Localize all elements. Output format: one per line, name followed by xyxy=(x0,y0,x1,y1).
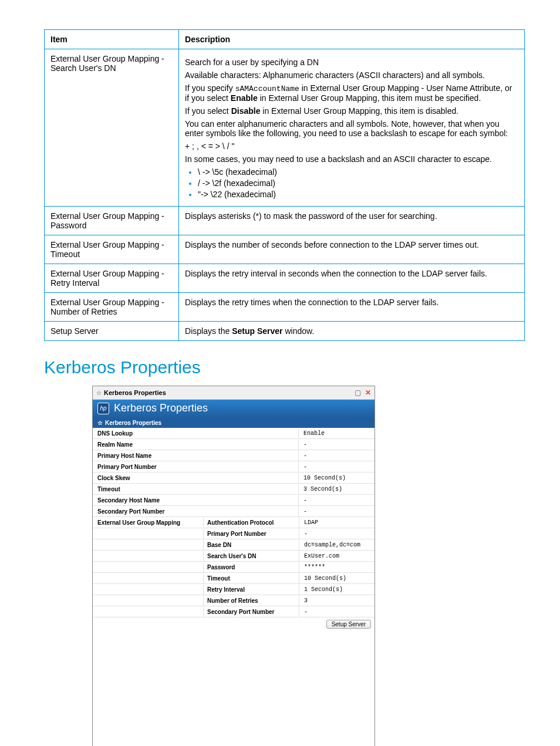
property-value: 1 Second(s) xyxy=(299,585,375,595)
cell-item: External User Group Mapping - Retry Inte… xyxy=(45,264,179,293)
property-row: Clock Skew10 Second(s) xyxy=(93,472,375,484)
dialog-lower-panel xyxy=(93,631,375,746)
desc-paragraph: You can enter alphanumeric characters an… xyxy=(185,119,518,138)
property-row: Number of Retries3 xyxy=(93,595,375,606)
property-label: Clock Skew xyxy=(93,473,298,483)
header-description: Description xyxy=(179,30,525,49)
property-value: ****** xyxy=(299,562,375,572)
table-row: Setup Server Displays the Setup Server w… xyxy=(45,322,525,341)
property-row: Realm Name- xyxy=(93,439,375,450)
table-row: External User Group Mapping - Password D… xyxy=(45,207,525,235)
property-value: 3 xyxy=(299,596,375,606)
property-row: Password****** xyxy=(93,562,375,573)
cell-desc: Displays the Setup Server window. xyxy=(179,322,525,341)
info-table: Item Description External User Group Map… xyxy=(44,29,525,341)
property-label: Primary Port Number xyxy=(93,462,298,472)
property-label: Authentication Protocol xyxy=(203,518,299,528)
banner-text: Kerberos Properties xyxy=(114,402,208,414)
property-label: Timeout xyxy=(93,484,298,494)
cell-desc: Displays the retry times when the connec… xyxy=(179,293,525,322)
close-icon[interactable]: ✕ xyxy=(365,389,371,397)
code-inline: sAMAccountName xyxy=(235,85,299,93)
property-row: Base DNdc=sample,dc=com xyxy=(93,539,375,551)
property-value: Enable xyxy=(298,428,375,438)
setup-server-button[interactable]: Setup Server xyxy=(326,620,371,629)
table-row: External User Group Mapping - Timeout Di… xyxy=(45,235,525,264)
property-value: - xyxy=(299,607,375,617)
property-label: Primary Host Name xyxy=(93,451,298,461)
cell-item: External User Group Mapping - Number of … xyxy=(45,293,179,322)
collapse-icon[interactable]: ☆ xyxy=(97,420,103,426)
dialog-banner: hp Kerberos Properties xyxy=(93,400,375,418)
cell-item: Setup Server xyxy=(45,322,179,341)
property-row: Timeout10 Second(s) xyxy=(93,573,375,584)
table-row: External User Group Mapping - Search Use… xyxy=(45,49,525,207)
cell-desc: Displays the number of seconds before co… xyxy=(179,235,525,264)
property-value: - xyxy=(298,451,375,461)
table-row: External User Group Mapping - Number of … xyxy=(45,293,525,322)
property-value: - xyxy=(298,440,375,450)
property-row: Primary Port Number- xyxy=(93,461,375,472)
property-row: External User Group MappingAuthenticatio… xyxy=(93,517,375,528)
desc-symbols: + ; , < = > \ / " xyxy=(185,141,518,151)
cell-item: External User Group Mapping - Password xyxy=(45,207,179,235)
dialog-title: Kerberos Properties xyxy=(104,389,355,396)
property-row: DNS LookupEnable xyxy=(93,428,375,439)
desc-paragraph: Available characters: Alphanumeric chara… xyxy=(185,70,518,80)
property-value: - xyxy=(298,495,375,505)
desc-paragraph: Search for a user by specifying a DN xyxy=(185,58,518,67)
desc-paragraph: If you select Disable in External User G… xyxy=(185,106,518,116)
property-label: Number of Retries xyxy=(203,596,299,606)
property-row: Search User's DNExUser.com xyxy=(93,551,375,562)
list-item: / -> \2f (hexadecimal) xyxy=(198,178,518,188)
property-value: 3 Second(s) xyxy=(298,484,375,494)
kerberos-properties-dialog: ☆ Kerberos Properties ▢ ✕ hp Kerberos Pr… xyxy=(92,386,375,746)
property-label: Secondary Port Number xyxy=(203,607,299,617)
desc-list: \ -> \5c (hexadecimal) / -> \2f (hexadec… xyxy=(185,167,518,199)
cell-desc: Displays asterisks (*) to mask the passw… xyxy=(179,207,525,235)
dialog-body: DNS LookupEnable Realm Name- Primary Hos… xyxy=(93,428,375,617)
property-value: 10 Second(s) xyxy=(298,473,375,483)
property-value: ExUser.com xyxy=(299,551,375,561)
hp-logo-icon: hp xyxy=(97,403,109,414)
cell-desc: Search for a user by specifying a DN Ava… xyxy=(179,49,525,207)
header-item: Item xyxy=(45,30,179,49)
desc-paragraph: If you specify sAMAccountName in Externa… xyxy=(185,83,518,103)
property-value: dc=sample,dc=com xyxy=(299,540,375,550)
dialog-action-bar: Setup Server xyxy=(93,617,375,631)
dialog-titlebar: ☆ Kerberos Properties ▢ ✕ xyxy=(93,386,375,400)
property-value: - xyxy=(299,529,375,539)
property-label: Secondary Host Name xyxy=(93,495,298,505)
property-value: LDAP xyxy=(299,518,375,528)
property-value: - xyxy=(298,507,375,517)
property-row: Secondary Port Number- xyxy=(93,606,375,617)
section-heading: Kerberos Properties xyxy=(44,357,525,377)
property-label: Secondary Port Number xyxy=(93,507,298,517)
property-label: DNS Lookup xyxy=(93,428,298,438)
property-label: Password xyxy=(203,562,299,572)
property-row: Secondary Port Number- xyxy=(93,506,375,517)
property-row: Retry Interval1 Second(s) xyxy=(93,584,375,595)
property-value: 10 Second(s) xyxy=(299,573,375,583)
cell-desc: Displays the retry interval in seconds w… xyxy=(179,264,525,293)
property-label: Base DN xyxy=(203,540,299,550)
property-label: Realm Name xyxy=(93,440,298,450)
property-row: Timeout3 Second(s) xyxy=(93,484,375,495)
table-row: External User Group Mapping - Retry Inte… xyxy=(45,264,525,293)
cell-item: External User Group Mapping - Timeout xyxy=(45,235,179,264)
property-label: Primary Port Number xyxy=(203,529,299,539)
property-row: Secondary Host Name- xyxy=(93,495,375,506)
list-item: \ -> \5c (hexadecimal) xyxy=(198,167,518,177)
dialog-subheader: ☆ Kerberos Properties xyxy=(93,418,375,428)
property-row: Primary Port Number- xyxy=(93,528,375,539)
collapse-icon[interactable]: ☆ xyxy=(96,390,102,396)
maximize-icon[interactable]: ▢ xyxy=(355,389,361,397)
property-label: Retry Interval xyxy=(203,585,299,595)
property-value: - xyxy=(298,462,375,472)
property-label: Search User's DN xyxy=(203,551,299,561)
desc-paragraph: In some cases, you may need to use a bac… xyxy=(185,154,518,164)
property-label: Timeout xyxy=(203,573,299,583)
cell-item: External User Group Mapping - Search Use… xyxy=(45,49,179,207)
property-row: Primary Host Name- xyxy=(93,450,375,461)
property-group-label: External User Group Mapping xyxy=(93,518,203,528)
